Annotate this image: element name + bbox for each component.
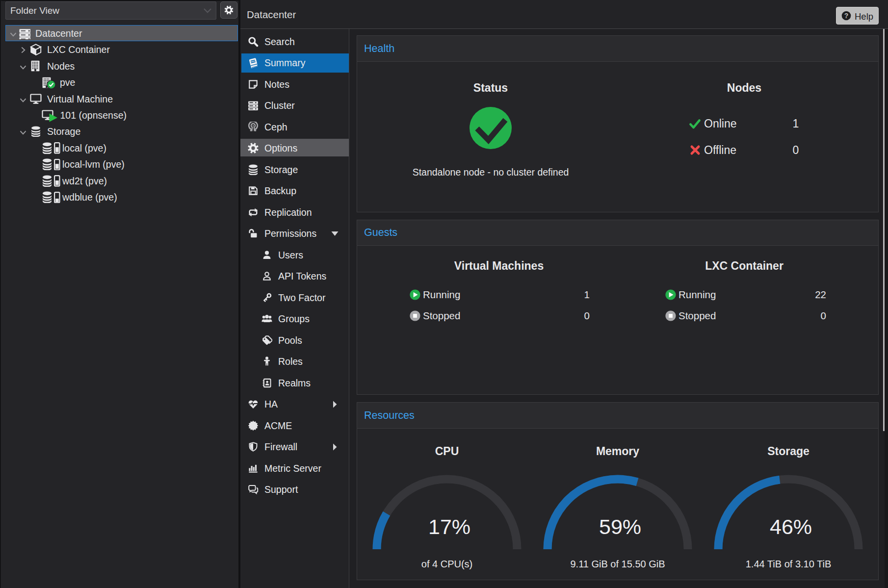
- svg-text:?: ?: [844, 12, 849, 20]
